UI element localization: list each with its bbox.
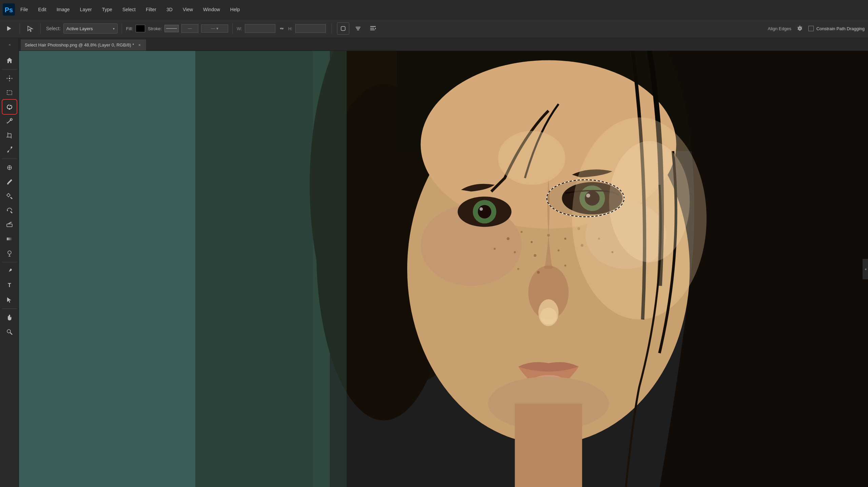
menu-edit[interactable]: Edit [34,5,51,14]
link-proportions-icon[interactable] [278,25,285,32]
zoom-tool[interactable] [3,325,16,339]
svg-rect-85 [515,404,582,487]
svg-marker-12 [375,27,376,30]
menu-image[interactable]: Image [52,5,75,14]
clone-stamp-tool[interactable] [3,189,16,203]
svg-point-38 [8,251,11,254]
corner-radius-icon[interactable] [337,22,349,35]
constrain-path-dragging-checkbox[interactable] [808,26,814,31]
menu-window[interactable]: Window [198,5,225,14]
menu-layer[interactable]: Layer [75,5,97,14]
svg-point-43 [7,330,11,333]
path-selection-tool[interactable] [3,293,16,306]
text-tool[interactable]: T [3,279,16,292]
crop-tool[interactable] [3,129,16,142]
svg-point-80 [517,268,519,270]
panels-expand-button[interactable]: ◂ [863,259,868,279]
svg-rect-11 [370,30,375,30]
svg-rect-9 [370,26,376,27]
stroke-style-dropdown[interactable]: — ▾ [201,24,228,33]
brush-tool[interactable] [3,175,16,189]
hand-tool[interactable] [3,311,16,324]
menu-filter[interactable]: Filter [141,5,161,14]
tab-close-button[interactable]: × [137,42,142,48]
menu-file[interactable]: File [16,5,33,14]
svg-rect-5 [341,26,345,31]
menu-type[interactable]: Type [97,5,117,14]
constrain-path-dragging-label: Constrain Path Dragging [816,26,865,31]
svg-point-62 [479,207,483,211]
home-tool[interactable] [3,54,16,67]
svg-point-87 [540,308,557,325]
svg-marker-13 [9,75,10,76]
canvas-area[interactable]: @keyframes march { to { stroke-dashoffse… [19,51,868,487]
gradient-tool[interactable] [3,232,16,246]
svg-rect-6 [356,27,360,27]
selection-tool-icon[interactable] [24,22,36,35]
svg-point-73 [494,248,496,250]
dodge-tool[interactable] [3,246,16,260]
history-brush-tool[interactable] [3,204,16,217]
eraser-tool[interactable] [3,218,16,231]
svg-point-4 [282,28,283,29]
svg-marker-35 [7,209,8,211]
svg-marker-15 [6,78,7,79]
constrain-path-dragging-option[interactable]: Constrain Path Dragging [808,26,865,31]
width-input[interactable] [245,24,275,33]
tab-filename: Select Hair Photoshop.png @ 48.8% (Layer… [25,42,134,48]
svg-rect-91 [195,51,347,487]
svg-rect-10 [370,28,374,29]
svg-point-68 [520,231,522,233]
marquee-tool[interactable] [3,86,16,99]
more-options-icon[interactable] [367,22,379,35]
tool-mode-arrow[interactable] [3,22,16,35]
document-tab[interactable]: Select Hair Photoshop.png @ 48.8% (Layer… [20,39,146,51]
height-input[interactable] [295,24,326,33]
svg-point-67 [507,237,510,240]
menu-help[interactable]: Help [225,5,245,14]
svg-line-20 [8,119,11,123]
svg-point-19 [9,108,10,110]
svg-line-44 [10,333,12,335]
toolbar-separator-4 [2,308,17,309]
select-mode-dropdown[interactable]: Active Layers ▾ [63,23,118,34]
svg-point-82 [564,265,566,267]
align-icon[interactable] [352,22,364,35]
stroke-label: Stroke: [148,26,162,31]
menu-view[interactable]: View [178,5,198,14]
lasso-tool[interactable] [3,100,16,114]
canvas-image: @keyframes march { to { stroke-dashoffse… [195,51,868,487]
svg-point-61 [478,205,491,219]
main-area: T [0,51,868,487]
svg-point-81 [537,271,540,274]
svg-text:Ps: Ps [5,6,13,14]
svg-rect-8 [357,30,359,30]
align-edges-label: Align Edges [768,26,791,31]
svg-marker-21 [7,122,8,124]
svg-point-86 [498,131,565,185]
stroke-swatch[interactable] [164,25,179,32]
tab-bar-left: ◂ [0,38,19,51]
eyedropper-tool[interactable] [3,143,16,156]
svg-rect-17 [9,78,10,79]
svg-marker-2 [7,26,11,31]
menu-3d[interactable]: 3D [162,5,177,14]
toolbar-separator-3 [2,262,17,262]
move-tool[interactable] [3,72,16,85]
fill-label: Fill: [126,26,133,31]
height-label: H: [288,26,293,31]
settings-gear-icon[interactable] [794,23,806,34]
svg-rect-7 [356,28,360,29]
fill-swatch[interactable] [136,25,145,32]
svg-rect-18 [7,91,12,95]
pen-tool[interactable] [3,264,16,278]
healing-brush-tool[interactable] [3,161,16,174]
svg-point-71 [564,238,566,240]
menu-select[interactable]: Select [118,5,140,14]
photo-canvas[interactable]: @keyframes march { to { stroke-dashoffse… [195,51,868,487]
magic-wand-tool[interactable] [3,114,16,128]
svg-point-74 [514,251,516,253]
tab-bar: ◂ Select Hair Photoshop.png @ 48.8% (Lay… [0,38,868,51]
svg-text:T: T [8,282,11,288]
stroke-width-input[interactable]: — [181,24,198,33]
